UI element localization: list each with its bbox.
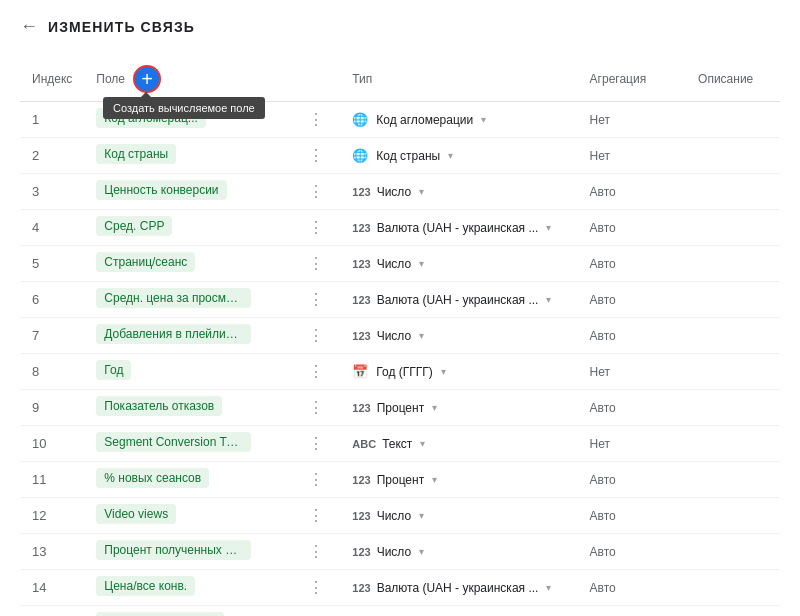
- aggregation-value: Авто: [590, 221, 616, 235]
- cell-aggregation: Авто: [578, 390, 686, 426]
- cell-type[interactable]: 🌐Код страны▾: [340, 138, 577, 174]
- cell-type[interactable]: 123Процент▾: [340, 390, 577, 426]
- page-header: ← ИЗМЕНИТЬ СВЯЗЬ: [20, 16, 780, 37]
- menu-dots-icon[interactable]: ⋮: [304, 397, 328, 418]
- cell-menu: ⋮: [292, 174, 340, 210]
- type-dropdown-icon[interactable]: ▾: [419, 330, 424, 341]
- cell-field: Телефонные звонки: [84, 606, 292, 617]
- cell-description: [686, 606, 780, 617]
- cell-menu: ⋮: [292, 606, 340, 617]
- table-row: 10Segment Conversion Type...⋮ABCТекст▾Не…: [20, 426, 780, 462]
- type-dropdown-icon[interactable]: ▾: [432, 474, 437, 485]
- type-dropdown-icon[interactable]: ▾: [419, 258, 424, 269]
- table-row: 7Добавления в плейлист...⋮123Число▾Авто: [20, 318, 780, 354]
- menu-dots-icon[interactable]: ⋮: [304, 109, 328, 130]
- cell-type[interactable]: 123Число▾: [340, 606, 577, 617]
- col-header-index: Индекс: [20, 57, 84, 102]
- cell-type[interactable]: 123Число▾: [340, 498, 577, 534]
- type-label: Число: [377, 185, 412, 199]
- field-pill[interactable]: Код страны: [96, 144, 176, 164]
- type-dropdown-icon[interactable]: ▾: [546, 294, 551, 305]
- col-field-label: Поле: [96, 72, 125, 86]
- cell-type[interactable]: 🌐Код агломерации▾: [340, 102, 577, 138]
- field-pill[interactable]: Страниц/сеанс: [96, 252, 195, 272]
- type-dropdown-icon[interactable]: ▾: [419, 546, 424, 557]
- cell-menu: ⋮: [292, 246, 340, 282]
- cell-description: [686, 354, 780, 390]
- menu-dots-icon[interactable]: ⋮: [304, 181, 328, 202]
- cell-aggregation: Нет: [578, 426, 686, 462]
- type-label: Процент: [377, 401, 425, 415]
- number-type-icon: 123: [352, 330, 370, 342]
- cell-type[interactable]: 📅Год (ГГГГ)▾: [340, 354, 577, 390]
- menu-dots-icon[interactable]: ⋮: [304, 217, 328, 238]
- menu-dots-icon[interactable]: ⋮: [304, 577, 328, 598]
- type-dropdown-icon[interactable]: ▾: [441, 366, 446, 377]
- field-pill[interactable]: Цена/все конв.: [96, 576, 195, 596]
- cell-field: Показатель отказов: [84, 390, 292, 426]
- menu-dots-icon[interactable]: ⋮: [304, 289, 328, 310]
- col-header-actions: [292, 57, 340, 102]
- cell-index: 8: [20, 354, 84, 390]
- cell-type[interactable]: 123Процент▾: [340, 462, 577, 498]
- cell-aggregation: Авто: [578, 462, 686, 498]
- menu-dots-icon[interactable]: ⋮: [304, 505, 328, 526]
- cell-aggregation: Нет: [578, 102, 686, 138]
- fields-table-wrapper: Индекс Поле + Создать вычисляемое поле Т…: [20, 57, 780, 616]
- cell-menu: ⋮: [292, 570, 340, 606]
- field-pill[interactable]: Средн. цена за просмотр: [96, 288, 251, 308]
- number-type-icon: 123: [352, 582, 370, 594]
- cell-menu: ⋮: [292, 210, 340, 246]
- cell-type[interactable]: 123Валюта (UAH - украинская ...▾: [340, 282, 577, 318]
- type-dropdown-icon[interactable]: ▾: [419, 510, 424, 521]
- field-pill[interactable]: Процент полученных по...: [96, 540, 251, 560]
- field-pill[interactable]: Segment Conversion Type...: [96, 432, 251, 452]
- cell-type[interactable]: 123Число▾: [340, 174, 577, 210]
- type-dropdown-icon[interactable]: ▾: [546, 582, 551, 593]
- cell-type[interactable]: ABCТекст▾: [340, 426, 577, 462]
- cell-type[interactable]: 123Число▾: [340, 534, 577, 570]
- field-pill[interactable]: Год: [96, 360, 131, 380]
- field-pill[interactable]: Ценность конверсии: [96, 180, 226, 200]
- cell-menu: ⋮: [292, 318, 340, 354]
- cell-type[interactable]: 123Число▾: [340, 246, 577, 282]
- cell-field: Цена/все конв.: [84, 570, 292, 606]
- field-pill[interactable]: Добавления в плейлист...: [96, 324, 251, 344]
- type-label: Валюта (UAH - украинская ...: [377, 293, 539, 307]
- menu-dots-icon[interactable]: ⋮: [304, 469, 328, 490]
- type-dropdown-icon[interactable]: ▾: [546, 222, 551, 233]
- table-row: 11% новых сеансов⋮123Процент▾Авто: [20, 462, 780, 498]
- menu-dots-icon[interactable]: ⋮: [304, 253, 328, 274]
- cell-type[interactable]: 123Число▾: [340, 318, 577, 354]
- type-dropdown-icon[interactable]: ▾: [419, 186, 424, 197]
- field-pill[interactable]: Сред. CPP: [96, 216, 172, 236]
- cell-menu: ⋮: [292, 102, 340, 138]
- field-pill[interactable]: Телефонные звонки: [96, 612, 224, 616]
- menu-dots-icon[interactable]: ⋮: [304, 361, 328, 382]
- cell-field: Добавления в плейлист...: [84, 318, 292, 354]
- menu-dots-icon[interactable]: ⋮: [304, 541, 328, 562]
- back-button[interactable]: ←: [20, 16, 38, 37]
- field-pill[interactable]: % новых сеансов: [96, 468, 209, 488]
- page-title: ИЗМЕНИТЬ СВЯЗЬ: [48, 19, 195, 35]
- aggregation-value: Авто: [590, 185, 616, 199]
- aggregation-value: Авто: [590, 545, 616, 559]
- menu-dots-icon[interactable]: ⋮: [304, 325, 328, 346]
- cell-aggregation: Авто: [578, 606, 686, 617]
- cell-type[interactable]: 123Валюта (UAH - украинская ...▾: [340, 210, 577, 246]
- type-dropdown-icon[interactable]: ▾: [448, 150, 453, 161]
- type-dropdown-icon[interactable]: ▾: [420, 438, 425, 449]
- cell-description: [686, 462, 780, 498]
- cell-description: [686, 102, 780, 138]
- type-dropdown-icon[interactable]: ▾: [432, 402, 437, 413]
- cell-index: 2: [20, 138, 84, 174]
- type-dropdown-icon[interactable]: ▾: [481, 114, 486, 125]
- menu-dots-icon[interactable]: ⋮: [304, 145, 328, 166]
- menu-dots-icon[interactable]: ⋮: [304, 433, 328, 454]
- field-pill[interactable]: Video views: [96, 504, 176, 524]
- add-computed-field-button[interactable]: +: [133, 65, 161, 93]
- table-body: 1Код агломерац...⋮🌐Код агломерации▾Нет2К…: [20, 102, 780, 617]
- cell-type[interactable]: 123Валюта (UAH - украинская ...▾: [340, 570, 577, 606]
- cell-menu: ⋮: [292, 138, 340, 174]
- field-pill[interactable]: Показатель отказов: [96, 396, 222, 416]
